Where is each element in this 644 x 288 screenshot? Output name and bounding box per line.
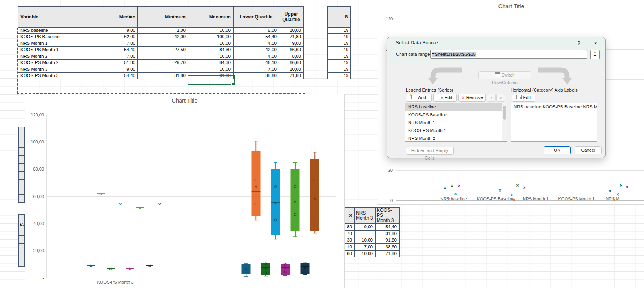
table-cell[interactable]: 10,00	[188, 66, 233, 73]
cancel-button[interactable]: Cancel	[575, 146, 602, 154]
column-header[interactable]: N	[327, 6, 351, 27]
table-cell[interactable]: 9,00	[279, 40, 303, 47]
stats-table[interactable]: VariableMedianMinimumMaximumLower Quarti…	[18, 6, 304, 79]
table-cell[interactable]: 19	[327, 34, 351, 40]
table-cell[interactable]: 19	[327, 73, 351, 79]
column-header[interactable]: Minimum	[138, 6, 188, 27]
close-icon[interactable]: ×	[589, 39, 601, 48]
table-cell[interactable]: 66,60	[279, 60, 303, 66]
table-cell[interactable]: NRS Month 2	[18, 53, 75, 60]
column-header[interactable]: Variable	[18, 6, 75, 27]
chart-data-range-input[interactable]: =Sheet1!$B$8:$G$15	[430, 50, 587, 59]
legend-list-item[interactable]: KOOS-PS Month 1	[405, 127, 507, 134]
table-cell[interactable]: -	[138, 53, 188, 60]
table-cell[interactable]: 91,80	[375, 237, 399, 244]
table-cell[interactable]: 9,00	[75, 66, 138, 73]
column-header[interactable]: Median	[75, 6, 138, 27]
table-cell[interactable]: -	[138, 40, 188, 47]
remove-button[interactable]: ×Remove	[458, 94, 486, 102]
table-cell[interactable]: 84,30	[188, 47, 233, 53]
table-cell-fragment[interactable]: 30	[344, 237, 354, 244]
table-cell[interactable]: 54,40	[233, 34, 279, 40]
axis-edit-button[interactable]: ✎Edit	[512, 94, 535, 102]
switch-row-column-button[interactable]: Switch Row/Column	[478, 71, 531, 79]
table-cell[interactable]: 9,00	[75, 27, 138, 34]
table-cell[interactable]: KOOS-PS Month 1	[18, 47, 75, 53]
table-cell[interactable]: 31,80	[138, 73, 188, 79]
box-whisker-chart[interactable]: Chart Title 120,00100,0080,0060,0040,002…	[25, 94, 345, 288]
table-cell[interactable]: 1,00	[138, 27, 188, 34]
table-cell[interactable]: -	[354, 230, 375, 237]
table-cell-fragment[interactable]: 10	[344, 244, 354, 250]
table-cell-fragment[interactable]: 80	[344, 224, 354, 230]
table-cell[interactable]: 19	[327, 27, 351, 34]
legend-list-item[interactable]: KOOS-PS Baseline	[405, 111, 507, 119]
table-cell[interactable]: 10,00	[188, 27, 233, 34]
move-up-button[interactable]: ∧	[487, 94, 496, 102]
legend-entries-list[interactable]: NRS baselineKOOS-PS BaselineNRS Month 1K…	[405, 103, 507, 142]
move-down-button[interactable]: ∨	[496, 94, 505, 102]
legend-list-item[interactable]: NRS Month 1	[405, 119, 507, 127]
table-cell[interactable]: KOOS-PS Baseline	[18, 34, 75, 40]
table-cell[interactable]: 54,40	[75, 47, 138, 53]
table-cell[interactable]: 10,00	[354, 237, 375, 244]
table-cell[interactable]: 54,40	[75, 73, 138, 79]
table-cell[interactable]: 19	[327, 60, 351, 66]
table-cell[interactable]: 54,40	[375, 224, 399, 230]
axis-labels-list[interactable]: NRS baseline KOOS-PS Baseline NRS Month …	[511, 103, 597, 142]
table-cell[interactable]: 42,00	[233, 47, 279, 53]
chart-title[interactable]: Chart Title	[378, 3, 644, 9]
table-cell[interactable]: 71,80	[279, 34, 303, 40]
table-cell[interactable]: 91,80	[188, 73, 233, 79]
column-header[interactable]: KOOS-PSMonth 3	[375, 207, 399, 224]
table-cell[interactable]: 7,00	[354, 244, 375, 250]
table-cell[interactable]: 10,00	[279, 66, 303, 73]
table-cell[interactable]: 10,00	[188, 40, 233, 47]
table-cell[interactable]: 19	[327, 47, 351, 53]
table-cell[interactable]: 10,00	[354, 250, 375, 257]
table-cell[interactable]: 19	[327, 40, 351, 47]
hidden-empty-cells-button[interactable]: Hidden and Empty Cells	[406, 147, 454, 155]
table-cell[interactable]: 8,00	[279, 53, 303, 60]
help-icon[interactable]: ?	[573, 39, 585, 48]
column-header[interactable]: Lower Quartile	[233, 6, 279, 27]
transposed-stats-table[interactable]: SNRSMonth 3KOOS-PSMonth 3809,0054,4070-3…	[344, 207, 400, 257]
column-header[interactable]: Upper Quartile	[279, 6, 303, 27]
table-cell[interactable]: 42,00	[138, 34, 188, 40]
column-header[interactable]: NRSMonth 3	[354, 207, 375, 224]
table-cell[interactable]: 29,70	[138, 60, 188, 66]
table-cell[interactable]: 66,60	[279, 47, 303, 53]
n-column-table[interactable]: N1919191919191919	[327, 6, 351, 79]
edit-button[interactable]: ✎Edit	[433, 94, 457, 102]
table-cell[interactable]: 38,60	[375, 244, 399, 250]
table-cell[interactable]: 71,80	[279, 73, 303, 79]
table-cell[interactable]: 62,00	[75, 34, 138, 40]
legend-list-item[interactable]: NRS Month 2	[405, 134, 507, 142]
scrollbar[interactable]	[502, 103, 507, 141]
add-button[interactable]: +Add	[406, 94, 432, 102]
column-header[interactable]: Maximum	[188, 6, 233, 27]
chart-title[interactable]: Chart Title	[25, 97, 344, 104]
table-cell[interactable]: 7,00	[233, 66, 279, 73]
table-cell[interactable]: 9,00	[354, 224, 375, 230]
table-cell[interactable]: NRS Month 1	[18, 40, 75, 47]
table-cell[interactable]: NRS Month 3	[18, 66, 75, 73]
ok-button[interactable]: OK	[544, 146, 571, 154]
table-cell[interactable]: 10,00	[279, 27, 303, 34]
table-cell[interactable]: KOOS-PS Month 3	[18, 73, 75, 79]
collapse-dialog-icon[interactable]: ↥	[590, 50, 600, 59]
column-header-fragment[interactable]: S	[344, 207, 354, 224]
table-cell[interactable]: 100,00	[188, 34, 233, 40]
table-cell[interactable]: KOOS-PS Month 2	[18, 60, 75, 66]
table-cell[interactable]: 27,50	[138, 47, 188, 53]
table-cell[interactable]: 84,30	[188, 60, 233, 66]
table-cell[interactable]: -	[138, 66, 188, 73]
table-cell[interactable]: 5,00	[233, 27, 279, 34]
table-cell[interactable]: 7,00	[75, 40, 138, 47]
scrollbar-thumb[interactable]	[503, 106, 506, 120]
fill-handle[interactable]	[231, 82, 234, 85]
legend-list-item[interactable]: NRS baseline	[405, 103, 507, 111]
table-cell-fragment[interactable]: 70	[344, 230, 354, 237]
table-cell[interactable]: 4,00	[233, 53, 279, 60]
table-cell[interactable]: 10,00	[188, 53, 233, 60]
